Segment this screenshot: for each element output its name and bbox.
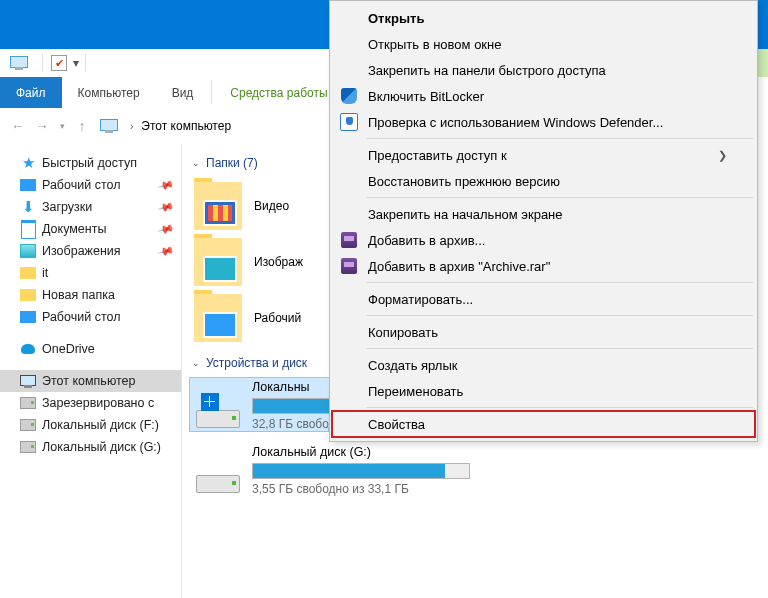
ctx-separator — [366, 348, 753, 349]
tree-folder-new[interactable]: Новая папка — [0, 284, 181, 306]
desktop-icon — [20, 311, 36, 323]
tree-onedrive[interactable]: OneDrive — [0, 338, 181, 360]
ctx-open-new-window[interactable]: Открыть в новом окне — [332, 31, 755, 57]
tree-desktop[interactable]: Рабочий стол 📌 — [0, 174, 181, 196]
tree-label: Быстрый доступ — [42, 156, 137, 170]
tree-drive-g[interactable]: Локальный диск (G:) — [0, 436, 181, 458]
tree-label: Документы — [42, 222, 106, 236]
tree-label: Локальный диск (F:) — [42, 418, 159, 432]
hdd-icon — [20, 419, 36, 431]
pin-icon: 📌 — [157, 220, 176, 238]
address-bar[interactable]: › Этот компьютер — [94, 114, 237, 138]
tree-documents[interactable]: Документы 📌 — [0, 218, 181, 240]
drive-free-text: 3,55 ГБ свободно из 33,1 ГБ — [252, 482, 470, 496]
defender-icon — [340, 113, 358, 131]
ctx-defender-scan[interactable]: Проверка с использованием Windows Defend… — [332, 109, 755, 135]
ctx-label: Добавить в архив "Archive.rar" — [368, 259, 550, 274]
tree-label: it — [42, 266, 48, 280]
folder-icon — [20, 289, 36, 301]
pin-icon: 📌 — [157, 198, 176, 216]
hdd-icon — [20, 397, 36, 409]
pictures-icon — [20, 244, 36, 258]
qat-properties-check[interactable]: ✔ — [51, 55, 67, 71]
folder-label: Рабочий — [254, 311, 301, 325]
tree-label: OneDrive — [42, 342, 95, 356]
nav-forward-button: → — [30, 114, 54, 138]
group-label: Устройства и диск — [206, 356, 307, 370]
nav-recent-dropdown[interactable]: ▾ — [54, 114, 70, 138]
drive-usage-bar — [252, 463, 470, 479]
tree-drive-reserved[interactable]: Зарезервировано с — [0, 392, 181, 414]
desktop-icon — [20, 179, 36, 191]
folder-icon — [194, 238, 242, 286]
navigation-pane: ★ Быстрый доступ Рабочий стол 📌 ⬇ Загруз… — [0, 144, 182, 598]
ctx-bitlocker[interactable]: Включить BitLocker — [332, 83, 755, 109]
folder-label: Видео — [254, 199, 289, 213]
chevron-right-icon: ❯ — [718, 149, 727, 162]
ctx-label: Предоставить доступ к — [368, 148, 507, 163]
tree-downloads[interactable]: ⬇ Загрузки 📌 — [0, 196, 181, 218]
document-icon — [21, 220, 36, 239]
ctx-separator — [366, 407, 753, 408]
tree-label: Этот компьютер — [42, 374, 135, 388]
ctx-pin-start[interactable]: Закрепить на начальном экране — [332, 201, 755, 227]
ctx-copy[interactable]: Копировать — [332, 319, 755, 345]
address-location: Этот компьютер — [141, 119, 231, 133]
tree-label: Новая папка — [42, 288, 115, 302]
pin-icon: 📌 — [157, 176, 176, 194]
ctx-create-shortcut[interactable]: Создать ярлык — [332, 352, 755, 378]
ctx-separator — [366, 138, 753, 139]
tree-quick-access[interactable]: ★ Быстрый доступ — [0, 152, 181, 174]
chevron-right-icon[interactable]: › — [122, 121, 141, 132]
star-icon: ★ — [20, 155, 36, 171]
tab-file[interactable]: Файл — [0, 77, 62, 108]
tree-folder-it[interactable]: it — [0, 262, 181, 284]
tree-label: Изображения — [42, 244, 121, 258]
ctx-restore-version[interactable]: Восстановить прежнюю версию — [332, 168, 755, 194]
folder-icon — [194, 182, 242, 230]
tab-computer[interactable]: Компьютер — [62, 77, 156, 108]
ctx-pin-quick-access[interactable]: Закрепить на панели быстрого доступа — [332, 57, 755, 83]
winrar-icon — [341, 258, 357, 274]
ctx-format[interactable]: Форматировать... — [332, 286, 755, 312]
drive-tile-g[interactable]: Локальный диск (G:) 3,55 ГБ свободно из … — [190, 443, 470, 496]
tab-drive-tools[interactable]: Средства работы — [214, 77, 343, 108]
qat-dropdown[interactable]: ▾ — [71, 56, 81, 70]
ctx-add-archive[interactable]: Добавить в архив... — [332, 227, 755, 253]
tree-this-pc[interactable]: Этот компьютер — [0, 370, 181, 392]
chevron-down-icon: ⌄ — [192, 358, 200, 368]
nav-up-button[interactable]: ↑ — [70, 114, 94, 138]
pc-icon — [10, 56, 28, 70]
drive-icon — [194, 380, 242, 428]
pin-icon: 📌 — [157, 242, 176, 260]
folder-label: Изображ — [254, 255, 303, 269]
ctx-separator — [366, 315, 753, 316]
ctx-label: Добавить в архив... — [368, 233, 485, 248]
download-icon: ⬇ — [20, 199, 36, 215]
onedrive-icon — [21, 344, 35, 354]
tree-desktop-2[interactable]: Рабочий стол — [0, 306, 181, 328]
drive-name: Локальный диск (G:) — [252, 445, 470, 459]
ctx-share[interactable]: Предоставить доступ к ❯ — [332, 142, 755, 168]
ctx-properties[interactable]: Свойства — [332, 411, 755, 437]
ctx-open[interactable]: Открыть — [332, 5, 755, 31]
drive-icon — [194, 445, 242, 493]
group-label: Папки (7) — [206, 156, 258, 170]
tree-label: Зарезервировано с — [42, 396, 154, 410]
shield-icon — [341, 88, 357, 104]
folder-icon — [194, 294, 242, 342]
folder-icon — [20, 267, 36, 279]
ctx-label: Проверка с использованием Windows Defend… — [368, 115, 663, 130]
ctx-add-archive-named[interactable]: Добавить в архив "Archive.rar" — [332, 253, 755, 279]
pc-icon — [100, 119, 118, 133]
tree-pictures[interactable]: Изображения 📌 — [0, 240, 181, 262]
winrar-icon — [341, 232, 357, 248]
nav-back-button[interactable]: ← — [6, 114, 30, 138]
tree-label: Загрузки — [42, 200, 92, 214]
tree-drive-f[interactable]: Локальный диск (F:) — [0, 414, 181, 436]
chevron-down-icon: ⌄ — [192, 158, 200, 168]
ctx-separator — [366, 282, 753, 283]
pc-icon — [20, 375, 36, 388]
tab-view[interactable]: Вид — [156, 77, 210, 108]
ctx-rename[interactable]: Переименовать — [332, 378, 755, 404]
